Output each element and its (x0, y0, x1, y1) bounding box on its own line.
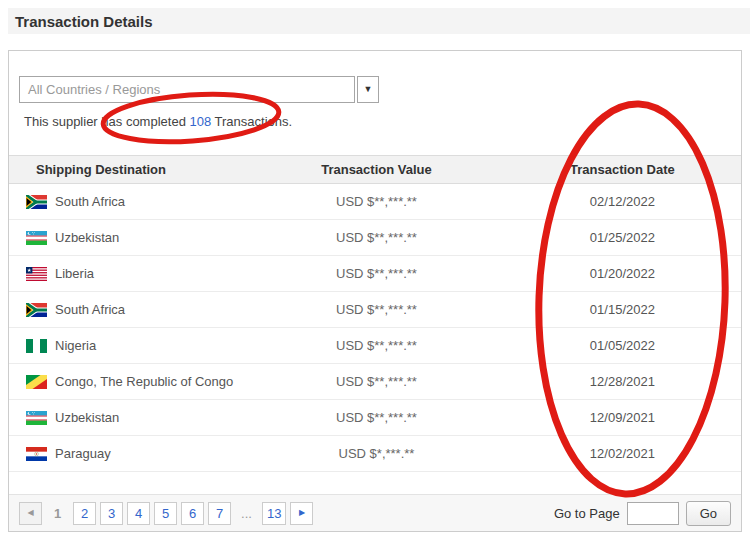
transaction-panel: All Countries / Regions ▼ This supplier … (8, 50, 742, 532)
transaction-value: USD $**,***.** (287, 256, 485, 292)
country-label: Nigeria (55, 338, 96, 353)
pagination-next-button[interactable]: ▶ (290, 502, 313, 525)
pagination-prev-button[interactable]: ◀ (19, 502, 42, 525)
page-title: Transaction Details (15, 13, 153, 30)
pagination-ellipsis: ... (235, 502, 258, 525)
pagination-page-2[interactable]: 2 (73, 502, 96, 525)
table-row: Uzbekistan USD $**,***.** 01/25/2022 (9, 220, 741, 256)
flag-south-africa-icon (26, 195, 47, 209)
summary-suffix: Transactions. (211, 114, 292, 129)
flag-paraguay-icon (26, 447, 47, 461)
table-row: South Africa USD $**,***.** 02/12/2022 (9, 184, 741, 220)
flag-nigeria-icon (26, 339, 47, 353)
dropdown-selected-value-box[interactable]: All Countries / Regions (19, 76, 355, 103)
dropdown-selected-value: All Countries / Regions (28, 82, 160, 97)
flag-liberia-icon (26, 267, 47, 281)
transaction-date: 01/20/2022 (485, 256, 741, 292)
transaction-date: 12/09/2021 (485, 400, 741, 436)
next-arrow-icon: ▶ (299, 509, 305, 517)
column-header-transaction-value: Transaction Value (287, 156, 485, 184)
flag-south-africa-icon (26, 303, 47, 317)
pagination: ◀ 1 2 3 4 5 6 7 ... 13 ▶ (19, 502, 313, 525)
country-label: Uzbekistan (55, 410, 119, 425)
table-row: Congo, The Republic of Congo USD $**,***… (9, 364, 741, 400)
country-label: Congo, The Republic of Congo (55, 374, 233, 389)
country-label: Uzbekistan (55, 230, 119, 245)
transaction-value: USD $**,***.** (287, 220, 485, 256)
dropdown-arrow-button[interactable]: ▼ (357, 76, 379, 103)
pagination-page-13[interactable]: 13 (262, 502, 286, 525)
transaction-date: 12/28/2021 (485, 364, 741, 400)
transaction-value: USD $**,***.** (287, 364, 485, 400)
transaction-date: 12/02/2021 (485, 436, 741, 472)
table-row: Liberia USD $**,***.** 01/20/2022 (9, 256, 741, 292)
table-row: Nigeria USD $**,***.** 01/05/2022 (9, 328, 741, 364)
transactions-summary: This supplier has completed 108 Transact… (24, 114, 731, 129)
table-footer: ◀ 1 2 3 4 5 6 7 ... 13 ▶ Go to Page Go (9, 494, 741, 531)
country-label: South Africa (55, 302, 125, 317)
transaction-value: USD $**,***.** (287, 184, 485, 220)
table-header-row: Shipping Destination Transaction Value T… (9, 156, 741, 184)
country-label: Paraguay (55, 446, 111, 461)
transaction-date: 01/25/2022 (485, 220, 741, 256)
transactions-table: Shipping Destination Transaction Value T… (9, 155, 741, 472)
transactions-count-link[interactable]: 108 (189, 114, 211, 129)
goto-page-input[interactable] (627, 502, 679, 525)
country-filter-dropdown[interactable]: All Countries / Regions ▼ (19, 76, 379, 103)
country-label: South Africa (55, 194, 125, 209)
transaction-value: USD $*,***.** (287, 436, 485, 472)
go-button[interactable]: Go (686, 501, 731, 526)
summary-prefix: This supplier has completed (24, 114, 189, 129)
table-row: Uzbekistan USD $**,***.** 12/09/2021 (9, 400, 741, 436)
transaction-value: USD $**,***.** (287, 292, 485, 328)
column-header-shipping-destination: Shipping Destination (9, 156, 287, 184)
pagination-page-4[interactable]: 4 (127, 502, 150, 525)
flag-uzbekistan-icon (26, 231, 47, 245)
panel-top: All Countries / Regions ▼ This supplier … (9, 51, 741, 129)
transaction-date: 01/15/2022 (485, 292, 741, 328)
transaction-date: 01/05/2022 (485, 328, 741, 364)
transaction-value: USD $**,***.** (287, 400, 485, 436)
pagination-page-5[interactable]: 5 (154, 502, 177, 525)
pagination-page-3[interactable]: 3 (100, 502, 123, 525)
goto-page: Go to Page Go (554, 501, 731, 526)
pagination-current-page: 1 (46, 502, 69, 525)
goto-page-label: Go to Page (554, 506, 620, 521)
pagination-page-7[interactable]: 7 (208, 502, 231, 525)
column-header-transaction-date: Transaction Date (485, 156, 741, 184)
table-row: South Africa USD $**,***.** 01/15/2022 (9, 292, 741, 328)
prev-arrow-icon: ◀ (27, 509, 33, 517)
chevron-down-icon: ▼ (364, 85, 373, 94)
table-bottom-spacer (9, 472, 741, 494)
transaction-date: 02/12/2022 (485, 184, 741, 220)
flag-uzbekistan-icon (26, 411, 47, 425)
title-bar: Transaction Details (8, 8, 750, 34)
flag-congo-icon (26, 375, 47, 389)
table-row: Paraguay USD $*,***.** 12/02/2021 (9, 436, 741, 472)
transaction-value: USD $**,***.** (287, 328, 485, 364)
country-label: Liberia (55, 266, 94, 281)
pagination-page-6[interactable]: 6 (181, 502, 204, 525)
